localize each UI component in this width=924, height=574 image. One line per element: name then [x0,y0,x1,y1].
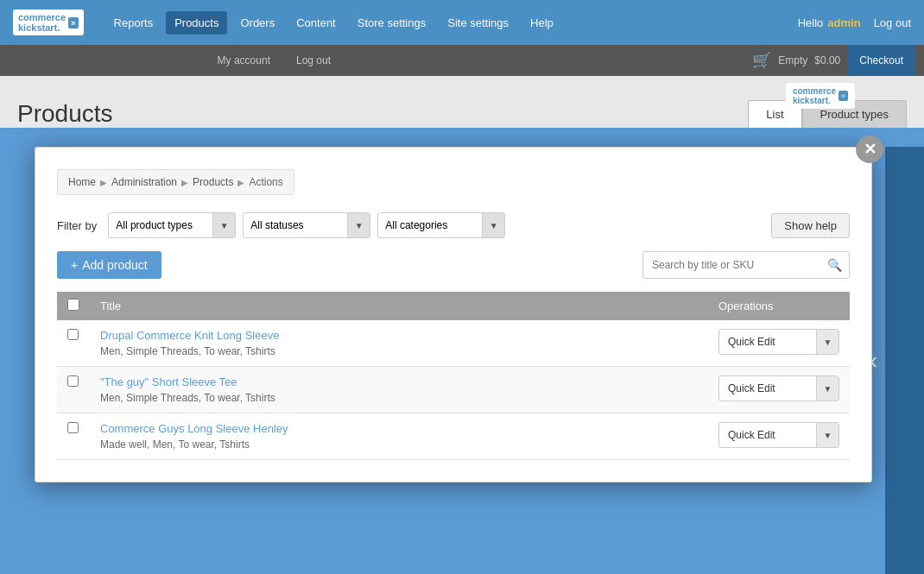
row-2-quick-edit-dropdown[interactable]: ▼ [816,375,839,401]
header-logo: commercekickstart. » [786,83,855,109]
row-2-title-cell: "The guy" Short Sleeve Tee Men, Simple T… [90,367,708,413]
filter-label: Filter by [57,219,97,232]
filter-category-select[interactable]: All categories ▼ [377,212,505,238]
cart-empty-label: Empty [778,54,807,66]
row-3-ops-cell: Quick Edit ▼ [708,413,850,460]
filter-category-arrow[interactable]: ▼ [482,212,504,238]
search-input[interactable] [643,255,820,275]
filter-type-select[interactable]: All product types ▼ [108,212,236,238]
logout-link[interactable]: Log out [874,16,911,29]
row-2-quick-edit-button[interactable]: Quick Edit [719,378,816,399]
filter-type-arrow[interactable]: ▼ [212,212,235,238]
table-header: Title Operations [57,292,850,320]
my-account-link[interactable]: My account [205,47,283,73]
row-1-title-link[interactable]: Drupal Commerce Knit Long Sleeve [100,329,698,342]
nav-orders[interactable]: Orders [231,11,283,35]
row-1-checkbox[interactable] [67,329,79,340]
table-row: Commerce Guys Long Sleeve Henley Made we… [57,413,850,460]
row-1-title-cell: Drupal Commerce Knit Long Sleeve Men, Si… [90,320,708,367]
modal-overlay: ✕ Home ▶ Administration ▶ Products ▶ Act… [35,147,872,483]
row-3-quick-edit[interactable]: Quick Edit ▼ [718,422,839,448]
row-3-quick-edit-button[interactable]: Quick Edit [719,425,816,445]
action-row: + Add product 🔍 [57,251,850,279]
row-2-title-link[interactable]: "The guy" Short Sleeve Tee [100,375,698,388]
table-row: Drupal Commerce Knit Long Sleeve Men, Si… [57,320,850,367]
check-all-checkbox[interactable] [67,299,79,311]
breadcrumb-administration[interactable]: Administration [111,176,177,188]
row-3-tags: Made well, Men, To wear, Tshirts [100,438,250,451]
add-product-icon: + [71,258,78,272]
table-title-col: Title [90,292,708,320]
breadcrumb-sep-2: ▶ [181,178,188,187]
products-table: Title Operations Drupal Commerce Knit Lo… [57,292,850,460]
header-logo-icon: » [839,91,848,101]
row-3-title-cell: Commerce Guys Long Sleeve Henley Made we… [90,413,708,460]
add-product-button[interactable]: + Add product [57,251,161,279]
close-button[interactable]: ✕ [856,136,883,163]
nav-help[interactable]: Help [522,11,562,35]
row-3-quick-edit-dropdown[interactable]: ▼ [816,422,839,448]
cart-icon: 🛒 [752,51,771,70]
add-product-label: Add product [82,258,148,272]
page-title: Products [17,100,748,128]
top-navigation: commercekickstart. » Reports Products Or… [0,0,924,45]
breadcrumb-sep-3: ▶ [237,178,244,187]
table-row: "The guy" Short Sleeve Tee Men, Simple T… [57,367,850,413]
row-2-tags: Men, Simple Threads, To wear, Tshirts [100,392,275,404]
table-check-all-col [57,292,90,320]
filter-status-select[interactable]: All statuses ▼ [243,212,370,238]
table-operations-col: Operations [708,292,850,320]
breadcrumb-home[interactable]: Home [68,176,96,188]
cart-price: $0.00 [814,54,840,66]
row-2-ops-cell: Quick Edit ▼ [708,367,850,413]
search-icon: 🔍 [820,254,849,276]
row-1-check-cell [57,320,90,367]
show-help-button[interactable]: Show help [771,213,850,238]
secondary-logout-link[interactable]: Log out [283,47,344,73]
admin-username[interactable]: admin [827,16,860,29]
row-1-tags: Men, Simple Threads, To wear, Tshirts [100,345,275,357]
row-1-quick-edit[interactable]: Quick Edit ▼ [718,329,839,355]
blue-side-panel: ‹ [885,147,924,574]
cart-area: 🛒 Empty $0.00 Checkout [752,45,924,76]
table-body: Drupal Commerce Knit Long Sleeve Men, Si… [57,320,850,460]
hello-text: Hello [798,16,824,29]
filter-status-dropdown[interactable]: All statuses [244,216,347,235]
logo-icon: » [68,17,79,28]
filter-status-arrow[interactable]: ▼ [347,212,370,238]
search-area[interactable]: 🔍 [642,251,850,279]
filter-category-dropdown[interactable]: All categories [378,216,482,235]
breadcrumb-products[interactable]: Products [193,176,233,188]
nav-store-settings[interactable]: Store settings [349,11,435,35]
breadcrumb-sep-1: ▶ [100,178,107,187]
checkout-button[interactable]: Checkout [847,45,915,76]
nav-products[interactable]: Products [166,11,227,35]
nav-content[interactable]: Content [288,11,345,35]
row-3-check-cell [57,413,90,460]
row-3-title-link[interactable]: Commerce Guys Long Sleeve Henley [100,422,698,435]
row-2-checkbox[interactable] [67,375,79,387]
row-1-quick-edit-button[interactable]: Quick Edit [719,331,816,352]
header-logo-text: commercekickstart. [793,86,836,105]
breadcrumb: Home ▶ Administration ▶ Products ▶ Actio… [57,169,294,195]
row-3-checkbox[interactable] [67,422,79,433]
logo-area: commercekickstart. » [13,9,84,35]
logo-text: commercekickstart. [18,12,66,33]
row-2-quick-edit[interactable]: Quick Edit ▼ [718,375,839,401]
logo: commercekickstart. » [13,9,84,35]
row-2-check-cell [57,367,90,413]
row-1-quick-edit-dropdown[interactable]: ▼ [816,329,839,355]
secondary-bar: My account Log out 🛒 Empty $0.00 Checkou… [0,45,924,76]
nav-reports[interactable]: Reports [105,11,162,35]
filter-row: Filter by All product types ▼ All status… [57,212,850,238]
breadcrumb-actions: Actions [249,176,282,188]
filter-type-dropdown[interactable]: All product types [109,216,212,235]
page-header: Products commercekickstart. » List Produ… [0,76,924,128]
nav-site-settings[interactable]: Site settings [439,11,517,35]
row-1-ops-cell: Quick Edit ▼ [708,320,850,367]
